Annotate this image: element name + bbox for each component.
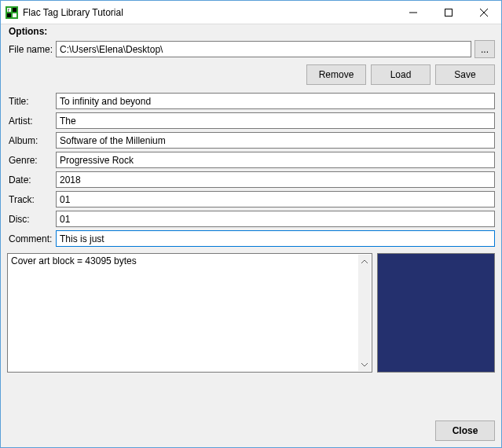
footer: Close bbox=[7, 414, 495, 441]
minimize-button[interactable] bbox=[395, 1, 431, 24]
album-input[interactable] bbox=[56, 132, 495, 149]
app-window: f Flac Tag Library Tutorial Options: Fil… bbox=[0, 0, 502, 448]
metadata-listbox[interactable]: Cover art block = 43095 bytes bbox=[7, 253, 372, 373]
svg-rect-7 bbox=[445, 9, 452, 16]
genre-row: Genre: bbox=[7, 152, 495, 168]
filename-row: File name: ... bbox=[7, 40, 495, 58]
comment-label: Comment: bbox=[7, 233, 56, 244]
svg-rect-2 bbox=[13, 8, 16, 12]
close-button[interactable]: Close bbox=[435, 420, 495, 441]
scroll-down-icon[interactable] bbox=[358, 358, 371, 371]
close-window-button[interactable] bbox=[466, 1, 501, 24]
save-button[interactable]: Save bbox=[435, 64, 495, 85]
genre-label: Genre: bbox=[7, 155, 56, 166]
track-row: Track: bbox=[7, 191, 495, 207]
artist-row: Artist: bbox=[7, 112, 495, 129]
disc-label: Disc: bbox=[7, 214, 56, 225]
track-input[interactable] bbox=[56, 191, 495, 207]
date-row: Date: bbox=[7, 171, 495, 188]
scroll-up-icon[interactable] bbox=[358, 255, 371, 267]
title-input[interactable] bbox=[56, 93, 495, 109]
artist-input[interactable] bbox=[56, 112, 495, 129]
genre-input[interactable] bbox=[56, 152, 495, 168]
client-area: Options: File name: ... Remove Load Save… bbox=[1, 24, 501, 447]
filename-label: File name: bbox=[7, 44, 56, 55]
spacer bbox=[7, 373, 495, 414]
album-row: Album: bbox=[7, 132, 495, 149]
disc-input[interactable] bbox=[56, 211, 495, 227]
remove-button[interactable]: Remove bbox=[306, 64, 366, 85]
svg-line-9 bbox=[480, 9, 488, 17]
svg-rect-4 bbox=[13, 13, 16, 17]
title-label: Title: bbox=[7, 96, 56, 107]
lower-panel: Cover art block = 43095 bytes bbox=[7, 253, 495, 373]
load-button[interactable]: Load bbox=[371, 64, 431, 85]
svg-rect-3 bbox=[7, 13, 11, 17]
artist-label: Artist: bbox=[7, 116, 56, 127]
browse-button[interactable]: ... bbox=[475, 40, 495, 58]
svg-line-8 bbox=[480, 9, 488, 17]
options-heading: Options: bbox=[7, 24, 495, 40]
comment-input[interactable] bbox=[56, 230, 495, 247]
comment-row: Comment: bbox=[7, 230, 495, 247]
disc-row: Disc: bbox=[7, 211, 495, 227]
app-icon: f bbox=[5, 6, 18, 19]
file-actions: Remove Load Save bbox=[7, 64, 495, 85]
title-row: Title: bbox=[7, 93, 495, 109]
date-input[interactable] bbox=[56, 171, 495, 188]
scrollbar[interactable] bbox=[358, 255, 371, 371]
date-label: Date: bbox=[7, 174, 56, 185]
maximize-button[interactable] bbox=[431, 1, 466, 24]
window-title: Flac Tag Library Tutorial bbox=[23, 7, 395, 18]
titlebar: f Flac Tag Library Tutorial bbox=[1, 1, 501, 24]
metadata-line: Cover art block = 43095 bytes bbox=[11, 255, 137, 266]
cover-art-preview bbox=[377, 253, 495, 373]
album-label: Album: bbox=[7, 135, 56, 146]
track-label: Track: bbox=[7, 194, 56, 205]
window-controls bbox=[395, 1, 501, 24]
filename-input[interactable] bbox=[56, 41, 471, 57]
